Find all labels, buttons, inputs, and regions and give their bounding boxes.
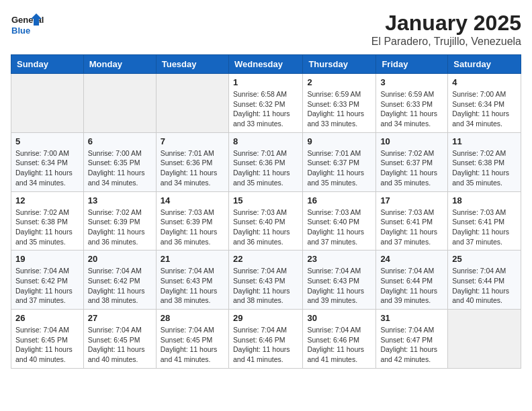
calendar-cell: 19Sunrise: 7:04 AMSunset: 6:42 PMDayligh… <box>11 250 84 310</box>
day-info: Sunrise: 6:59 AMSunset: 6:33 PMDaylight:… <box>307 89 371 129</box>
calendar-cell: 20Sunrise: 7:04 AMSunset: 6:42 PMDayligh… <box>83 250 156 310</box>
day-info: Sunrise: 7:04 AMSunset: 6:45 PMDaylight:… <box>15 325 79 365</box>
day-info: Sunrise: 7:04 AMSunset: 6:45 PMDaylight:… <box>161 325 224 365</box>
day-number: 20 <box>88 254 152 264</box>
day-number: 25 <box>452 254 517 264</box>
day-number: 15 <box>233 195 298 205</box>
calendar-title-block: January 2025 El Paradero, Trujillo, Vene… <box>371 11 521 48</box>
calendar-week-row: 1Sunrise: 6:58 AMSunset: 6:32 PMDaylight… <box>11 74 521 133</box>
day-number: 9 <box>307 136 371 146</box>
day-number: 4 <box>452 77 517 87</box>
day-info: Sunrise: 6:59 AMSunset: 6:33 PMDaylight:… <box>380 89 443 129</box>
day-number: 14 <box>161 195 224 205</box>
calendar-cell: 13Sunrise: 7:02 AMSunset: 6:39 PMDayligh… <box>83 191 156 250</box>
day-number: 17 <box>380 195 443 205</box>
calendar-cell: 4Sunrise: 7:00 AMSunset: 6:34 PMDaylight… <box>448 74 521 133</box>
day-info: Sunrise: 7:04 AMSunset: 6:44 PMDaylight:… <box>452 266 517 306</box>
calendar-week-row: 26Sunrise: 7:04 AMSunset: 6:45 PMDayligh… <box>11 310 521 369</box>
day-info: Sunrise: 7:04 AMSunset: 6:45 PMDaylight:… <box>88 325 152 365</box>
calendar-title: January 2025 <box>371 11 521 36</box>
day-info: Sunrise: 7:04 AMSunset: 6:43 PMDaylight:… <box>307 266 371 306</box>
day-info: Sunrise: 7:03 AMSunset: 6:40 PMDaylight:… <box>307 208 371 247</box>
day-number: 21 <box>161 254 224 264</box>
day-number: 18 <box>452 195 517 205</box>
day-info: Sunrise: 7:02 AMSunset: 6:39 PMDaylight:… <box>88 208 152 247</box>
calendar-cell: 14Sunrise: 7:03 AMSunset: 6:39 PMDayligh… <box>156 191 228 250</box>
calendar-cell: 5Sunrise: 7:00 AMSunset: 6:34 PMDaylight… <box>11 132 84 191</box>
day-info: Sunrise: 7:03 AMSunset: 6:40 PMDaylight:… <box>233 208 298 247</box>
calendar-cell: 1Sunrise: 6:58 AMSunset: 6:32 PMDaylight… <box>228 74 302 133</box>
calendar-cell: 31Sunrise: 7:04 AMSunset: 6:47 PMDayligh… <box>376 310 448 369</box>
logo: General Blue <box>11 11 44 40</box>
calendar-cell: 7Sunrise: 7:01 AMSunset: 6:36 PMDaylight… <box>156 132 228 191</box>
calendar-week-row: 5Sunrise: 7:00 AMSunset: 6:34 PMDaylight… <box>11 132 521 191</box>
day-info: Sunrise: 7:02 AMSunset: 6:38 PMDaylight:… <box>15 208 79 247</box>
day-number: 11 <box>452 136 517 146</box>
calendar-cell: 18Sunrise: 7:03 AMSunset: 6:41 PMDayligh… <box>448 191 521 250</box>
calendar-cell: 30Sunrise: 7:04 AMSunset: 6:46 PMDayligh… <box>303 310 376 369</box>
day-number: 6 <box>88 136 152 146</box>
calendar-cell: 10Sunrise: 7:02 AMSunset: 6:37 PMDayligh… <box>376 132 448 191</box>
weekday-header-saturday: Saturday <box>448 55 521 74</box>
calendar-week-row: 19Sunrise: 7:04 AMSunset: 6:42 PMDayligh… <box>11 250 521 310</box>
day-number: 16 <box>307 195 371 205</box>
calendar-cell: 9Sunrise: 7:01 AMSunset: 6:37 PMDaylight… <box>303 132 376 191</box>
calendar-cell: 16Sunrise: 7:03 AMSunset: 6:40 PMDayligh… <box>303 191 376 250</box>
day-info: Sunrise: 7:01 AMSunset: 6:36 PMDaylight:… <box>233 148 298 188</box>
day-number: 28 <box>161 313 224 323</box>
weekday-header-wednesday: Wednesday <box>228 55 302 74</box>
calendar-cell: 6Sunrise: 7:00 AMSunset: 6:35 PMDaylight… <box>83 132 156 191</box>
calendar-cell: 8Sunrise: 7:01 AMSunset: 6:36 PMDaylight… <box>228 132 302 191</box>
calendar-subtitle: El Paradero, Trujillo, Venezuela <box>371 36 521 48</box>
day-number: 7 <box>161 136 224 146</box>
day-info: Sunrise: 7:04 AMSunset: 6:43 PMDaylight:… <box>233 266 298 306</box>
day-info: Sunrise: 7:04 AMSunset: 6:42 PMDaylight:… <box>88 266 152 306</box>
calendar-cell: 29Sunrise: 7:04 AMSunset: 6:46 PMDayligh… <box>228 310 302 369</box>
calendar-cell: 23Sunrise: 7:04 AMSunset: 6:43 PMDayligh… <box>303 250 376 310</box>
day-number: 24 <box>380 254 443 264</box>
day-info: Sunrise: 7:01 AMSunset: 6:36 PMDaylight:… <box>161 148 224 188</box>
day-number: 19 <box>15 254 79 264</box>
day-info: Sunrise: 7:01 AMSunset: 6:37 PMDaylight:… <box>307 148 371 188</box>
weekday-header-thursday: Thursday <box>303 55 376 74</box>
day-info: Sunrise: 7:00 AMSunset: 6:35 PMDaylight:… <box>88 148 152 188</box>
weekday-header-tuesday: Tuesday <box>156 55 228 74</box>
day-info: Sunrise: 7:03 AMSunset: 6:39 PMDaylight:… <box>161 208 224 247</box>
calendar-cell <box>83 74 156 133</box>
calendar-cell: 21Sunrise: 7:04 AMSunset: 6:43 PMDayligh… <box>156 250 228 310</box>
calendar-cell: 15Sunrise: 7:03 AMSunset: 6:40 PMDayligh… <box>228 191 302 250</box>
calendar-cell: 17Sunrise: 7:03 AMSunset: 6:41 PMDayligh… <box>376 191 448 250</box>
day-number: 1 <box>233 77 298 87</box>
calendar-cell: 2Sunrise: 6:59 AMSunset: 6:33 PMDaylight… <box>303 74 376 133</box>
day-number: 30 <box>307 313 371 323</box>
day-number: 5 <box>15 136 79 146</box>
page-header: General Blue January 2025 El Paradero, T… <box>11 11 521 48</box>
calendar-cell <box>448 310 521 369</box>
svg-text:Blue: Blue <box>11 26 30 36</box>
weekday-header-row: SundayMondayTuesdayWednesdayThursdayFrid… <box>11 55 521 74</box>
day-info: Sunrise: 7:00 AMSunset: 6:34 PMDaylight:… <box>452 89 517 129</box>
day-info: Sunrise: 7:04 AMSunset: 6:43 PMDaylight:… <box>161 266 224 306</box>
weekday-header-monday: Monday <box>83 55 156 74</box>
day-number: 27 <box>88 313 152 323</box>
calendar-cell: 3Sunrise: 6:59 AMSunset: 6:33 PMDaylight… <box>376 74 448 133</box>
day-info: Sunrise: 7:04 AMSunset: 6:46 PMDaylight:… <box>307 325 371 365</box>
day-number: 13 <box>88 195 152 205</box>
day-info: Sunrise: 7:03 AMSunset: 6:41 PMDaylight:… <box>452 208 517 247</box>
day-number: 3 <box>380 77 443 87</box>
calendar-cell <box>156 74 228 133</box>
day-info: Sunrise: 6:58 AMSunset: 6:32 PMDaylight:… <box>233 89 298 129</box>
day-number: 2 <box>307 77 371 87</box>
weekday-header-friday: Friday <box>376 55 448 74</box>
day-number: 31 <box>380 313 443 323</box>
logo-svg: General Blue <box>11 11 44 40</box>
day-info: Sunrise: 7:04 AMSunset: 6:46 PMDaylight:… <box>233 325 298 365</box>
day-number: 8 <box>233 136 298 146</box>
day-info: Sunrise: 7:03 AMSunset: 6:41 PMDaylight:… <box>380 208 443 247</box>
calendar-cell: 24Sunrise: 7:04 AMSunset: 6:44 PMDayligh… <box>376 250 448 310</box>
calendar-cell: 27Sunrise: 7:04 AMSunset: 6:45 PMDayligh… <box>83 310 156 369</box>
day-info: Sunrise: 7:02 AMSunset: 6:37 PMDaylight:… <box>380 148 443 188</box>
calendar-table: SundayMondayTuesdayWednesdayThursdayFrid… <box>11 54 521 369</box>
day-number: 29 <box>233 313 298 323</box>
weekday-header-sunday: Sunday <box>11 55 84 74</box>
